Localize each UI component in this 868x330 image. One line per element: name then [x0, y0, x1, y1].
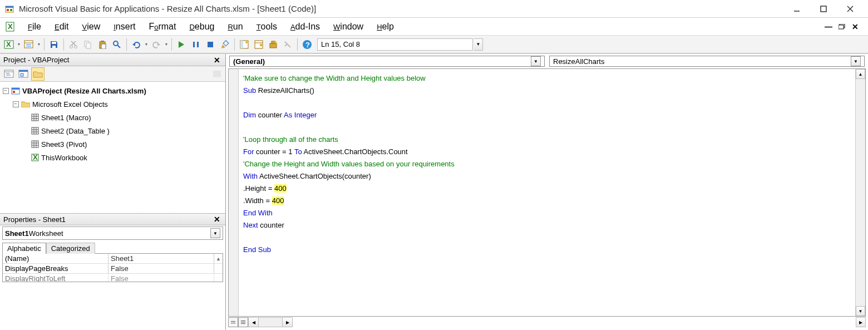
property-row[interactable]: DisplayRightToLeft False — [3, 274, 223, 282]
position-dropdown[interactable]: ▼ — [474, 38, 483, 51]
paste-icon[interactable] — [96, 38, 109, 51]
menu-addins[interactable]: Add-Ins — [284, 19, 327, 34]
svg-rect-58 — [12, 88, 19, 90]
view-excel-icon[interactable]: X — [2, 38, 16, 51]
menu-edit[interactable]: Edit — [48, 19, 76, 34]
scroll-track[interactable] — [214, 274, 223, 282]
scroll-right-icon[interactable]: ▶ — [282, 318, 292, 327]
procedure-dropdown[interactable]: ResizeAllCharts ▼ — [549, 56, 865, 67]
scroll-up-icon[interactable]: ▲ — [856, 69, 865, 79]
project-toolbar: ░░ — [0, 66, 225, 82]
reset-icon[interactable] — [204, 38, 217, 51]
tree-item[interactable]: Sheet1 (Macro) — [2, 111, 223, 124]
toolbox-icon[interactable] — [281, 38, 294, 51]
vertical-scrollbar[interactable]: ▲ ▼ — [855, 69, 865, 316]
chevron-down-icon[interactable]: ▼ — [531, 56, 541, 66]
design-mode-icon[interactable] — [218, 38, 231, 51]
tree-item-label: Sheet3 (Pivot) — [41, 140, 87, 149]
menu-help[interactable]: Help — [370, 19, 401, 34]
properties-grid[interactable]: (Name) Sheet1 ▲ DisplayPageBreaks False … — [2, 253, 223, 282]
twisty-minus-icon[interactable]: − — [3, 88, 9, 94]
minimize-button[interactable] — [790, 2, 803, 16]
undo-dropdown[interactable]: ▼ — [144, 38, 149, 51]
redo-icon[interactable] — [150, 38, 163, 51]
property-value[interactable]: False — [108, 264, 214, 273]
property-value[interactable]: Sheet1 — [108, 254, 214, 263]
mdi-minimize-button[interactable]: — — [823, 23, 834, 31]
object-dropdown[interactable]: (General) ▼ — [229, 56, 545, 67]
code-text[interactable]: 'Make sure to change the Width and Heigh… — [239, 69, 855, 316]
full-module-view-icon[interactable] — [238, 317, 248, 327]
chevron-down-icon[interactable]: ▼ — [851, 56, 861, 66]
tree-folder[interactable]: − Microsoft Excel Objects — [2, 97, 223, 111]
scroll-track[interactable] — [259, 318, 282, 327]
property-row[interactable]: DisplayPageBreaks False — [3, 264, 223, 274]
project-pane-close[interactable]: ✕ — [212, 55, 222, 65]
run-icon[interactable] — [175, 38, 188, 51]
scroll-track[interactable] — [856, 79, 865, 306]
menu-tools[interactable]: Tools — [250, 19, 284, 34]
save-icon[interactable] — [47, 38, 61, 51]
tab-alphabetic[interactable]: Alphabetic — [2, 243, 46, 254]
chevron-down-icon[interactable]: ▼ — [210, 228, 220, 238]
svg-rect-70 — [32, 141, 38, 147]
menubar: X File Edit View Insert Format Debug Run… — [0, 18, 868, 36]
properties-pane-header: Properties - Sheet1 ✕ — [0, 213, 225, 225]
property-value[interactable]: False — [108, 274, 214, 282]
scroll-right-end-icon[interactable]: ▶ — [856, 317, 866, 327]
toolbar-dropdown-1[interactable]: ▼ — [17, 38, 21, 51]
code-footer: ◀ ▶ ▶ — [228, 317, 866, 328]
svg-rect-2 — [7, 9, 9, 11]
copy-icon[interactable] — [81, 38, 95, 51]
svg-rect-18 — [52, 42, 56, 44]
tree-item[interactable]: X ThisWorkbook — [2, 151, 223, 164]
find-icon[interactable] — [110, 38, 124, 51]
tree-root[interactable]: − VBAProject (Resize All Charts.xlsm) — [2, 84, 223, 97]
mdi-close-button[interactable]: ✕ — [850, 23, 860, 31]
properties-window-icon[interactable] — [252, 38, 265, 51]
tree-item[interactable]: Sheet3 (Pivot) — [2, 137, 223, 151]
menu-file[interactable]: File — [21, 19, 48, 34]
code-editor[interactable]: 'Make sure to change the Width and Heigh… — [228, 68, 866, 317]
toolbar-dropdown-2[interactable]: ▼ — [37, 38, 41, 51]
scroll-up-icon[interactable]: ▲ — [214, 254, 223, 263]
project-pane-header: Project - VBAProject ✕ — [0, 54, 225, 66]
maximize-button[interactable] — [817, 2, 830, 16]
tree-item[interactable]: Sheet2 (Data_Table ) — [2, 124, 223, 137]
view-object-icon[interactable] — [17, 67, 30, 81]
redo-dropdown[interactable]: ▼ — [164, 38, 169, 51]
vbaproject-icon — [11, 87, 20, 95]
menu-window[interactable]: Window — [327, 19, 370, 34]
insert-module-icon[interactable] — [22, 38, 36, 51]
scroll-left-icon[interactable]: ◀ — [249, 318, 259, 327]
menu-debug[interactable]: Debug — [183, 19, 221, 34]
horizontal-scrollbar[interactable]: ◀ ▶ — [248, 317, 293, 327]
help-icon[interactable]: ? — [300, 38, 314, 51]
menu-view[interactable]: View — [76, 19, 107, 34]
menu-run[interactable]: Run — [221, 19, 249, 34]
menu-insert[interactable]: Insert — [107, 19, 142, 34]
close-button[interactable] — [844, 2, 857, 16]
scroll-down-icon[interactable]: ▼ — [856, 306, 865, 316]
object-dropdown-value: (General) — [233, 57, 265, 66]
mdi-restore-button[interactable] — [837, 23, 847, 31]
toggle-folders-icon[interactable] — [31, 67, 45, 81]
menu-format[interactable]: Format — [142, 19, 183, 34]
properties-pane-close[interactable]: ✕ — [212, 214, 222, 224]
scroll-track[interactable] — [214, 264, 223, 273]
break-icon[interactable] — [189, 38, 203, 51]
project-explorer-icon[interactable] — [238, 38, 251, 51]
svg-text:?: ? — [305, 41, 310, 49]
svg-rect-44 — [260, 44, 262, 46]
undo-icon[interactable] — [130, 38, 143, 51]
tab-categorized[interactable]: Categorized — [46, 243, 95, 254]
property-row[interactable]: (Name) Sheet1 ▲ — [3, 254, 223, 264]
cut-icon[interactable] — [67, 38, 80, 51]
object-browser-icon[interactable] — [267, 38, 280, 51]
view-code-icon[interactable] — [2, 67, 16, 81]
project-tree[interactable]: − VBAProject (Resize All Charts.xlsm) − … — [0, 82, 225, 213]
height-value-highlight: 400 — [274, 184, 287, 193]
twisty-minus-icon[interactable]: − — [13, 101, 19, 107]
properties-object-select[interactable]: Sheet1 Worksheet ▼ — [2, 226, 223, 240]
procedure-view-icon[interactable] — [228, 317, 238, 327]
